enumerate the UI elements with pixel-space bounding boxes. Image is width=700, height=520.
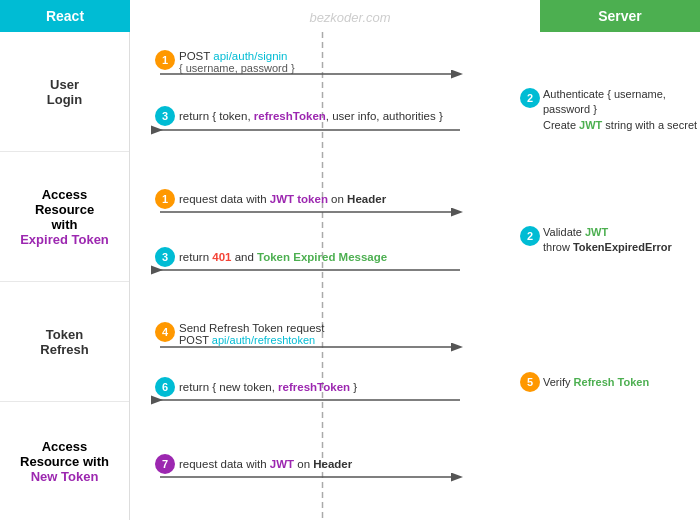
msg-4-refresh: 4 Send Refresh Token request POST api/au… [155,322,325,346]
msg-6-refresh: 6 return { new token, refreshToken } [155,377,357,397]
badge-2-expired: 2 [520,226,540,246]
access-new-label: AccessResource withNew Token [0,402,129,520]
badge-5-refresh: 5 [520,372,540,392]
msg-7-new: 7 request data with JWT on Header [155,454,352,474]
badge-6-refresh: 6 [155,377,175,397]
msg-3-login: 3 return { token, refreshToken, user inf… [155,106,443,126]
msg-1-login: 1 POST api/auth/signin { username, passw… [155,50,295,74]
user-login-label: UserLogin [0,32,129,152]
server-msg-2-expired: 2 Validate JWT throw TokenExpiredError [520,225,672,256]
left-labels: UserLogin AccessResourcewithExpired Toke… [0,32,130,520]
msg-3-expired: 3 return 401 and Token Expired Message [155,247,387,267]
header-middle [130,0,540,32]
server-msg-2-login: 2 Authenticate { username, password } Cr… [520,87,700,133]
right-labels: 2 Authenticate { username, password } Cr… [515,32,700,520]
badge-1-login: 1 [155,50,175,70]
badge-4-refresh: 4 [155,322,175,342]
msg-1-expired: 1 request data with JWT token on Header [155,189,386,209]
diagram-area: 1 POST api/auth/signin { username, passw… [130,32,515,520]
server-header: Server [540,0,700,32]
server-msg-5-refresh: 5 Verify Refresh Token [520,372,649,392]
badge-1-expired: 1 [155,189,175,209]
react-header: React [0,0,130,32]
badge-3-expired: 3 [155,247,175,267]
token-refresh-label: TokenRefresh [0,282,129,402]
badge-3-login: 3 [155,106,175,126]
access-expired-label: AccessResourcewithExpired Token [0,152,129,282]
badge-7-new: 7 [155,454,175,474]
badge-2-login: 2 [520,88,540,108]
